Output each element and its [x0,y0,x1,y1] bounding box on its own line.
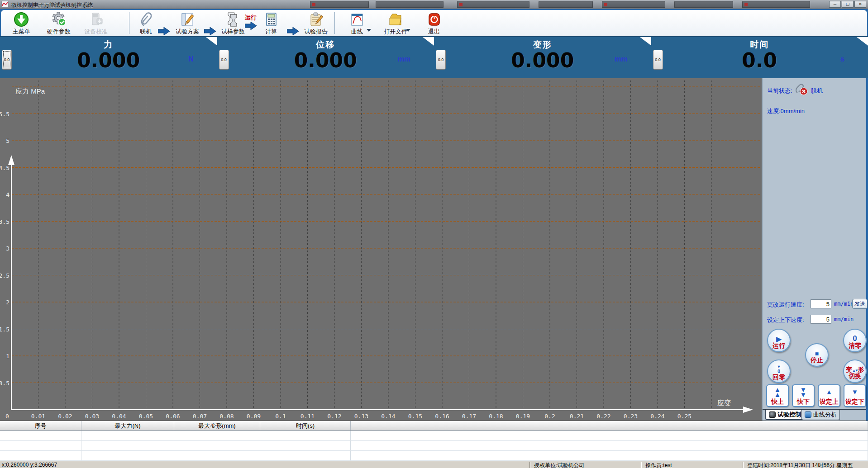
toolbar-button-test-plan[interactable]: 试验方案 [168,11,207,36]
zero-icon: 0 [844,335,866,342]
column-header-max-force[interactable]: 最大力(N) [81,421,174,430]
stop-button[interactable]: ■ 停止 [805,343,829,367]
status-bar: x:0.260000 y:3.266667 授权单位:试验机公司 操作员:tes… [0,461,868,468]
tab-curve-analysis[interactable]: 曲线分析 [801,410,840,420]
table-row[interactable] [0,431,868,441]
close-button[interactable]: ✕ [854,1,866,8]
background-window-ghost [674,1,733,8]
column-header-max-deformation[interactable]: 最大变形(mm) [174,421,260,430]
gear-check-icon [39,11,78,28]
paperclip-icon [126,11,165,28]
send-button[interactable]: 发送 [852,299,868,309]
statusbar-divider [529,462,530,468]
svg-text:0.01: 0.01 [31,413,45,420]
svg-text:0.22: 0.22 [596,413,610,420]
background-window-ghost [602,1,665,8]
column-header-time[interactable]: 时间(s) [260,421,351,430]
svg-text:0.16: 0.16 [435,413,449,420]
offline-status-icon [794,84,809,97]
toolbar-button-main-menu[interactable]: 主菜单 [2,11,41,36]
change-speed-label: 更改运行速度: [767,301,804,309]
svg-text:0.23: 0.23 [624,413,638,420]
gauge-unit: mm [398,55,410,63]
test-control-tab-icon [769,411,776,418]
svg-text:0.5: 0.5 [0,380,10,387]
fast-up-button[interactable]: ▲▲ 快上 [766,384,789,407]
background-window-ghost [376,1,444,8]
toolbar: 主菜单 硬件参数 设备校准 联机 试验方案 试样参数 运行 [1,10,867,36]
calculator-icon [252,11,291,28]
main-menu-icon [2,11,41,28]
svg-text:5: 5 [6,137,10,144]
toolbar-button-curve[interactable]: 曲线 [338,11,377,36]
set-speed-unit: mm/min [834,316,854,322]
svg-text:5.5: 5.5 [0,111,10,118]
svg-text:0.21: 0.21 [570,413,584,420]
svg-text:0.07: 0.07 [193,413,207,420]
svg-text:0.05: 0.05 [139,413,153,420]
svg-text:0.17: 0.17 [462,413,476,420]
svg-text:0.24: 0.24 [650,413,664,420]
test-plan-icon [168,11,207,28]
svg-text:0.15: 0.15 [408,413,422,420]
svg-text:1: 1 [6,353,10,359]
toolbar-button-test-report[interactable]: 试验报告 [296,11,335,36]
double-up-arrow-icon: ▲▲ [767,387,788,397]
tab-test-control[interactable]: 试验控制 [765,410,805,420]
column-header-empty [351,421,868,430]
table-row[interactable] [0,451,868,461]
background-window-ghost [742,1,810,8]
toolbar-button-exit[interactable]: 退出 [415,11,453,36]
table-row[interactable] [0,441,868,451]
toolbar-button-open-file[interactable]: 打开文件 [376,11,415,36]
double-down-arrow-icon: ▼▼ [793,387,814,397]
open-file-dropdown-icon[interactable] [406,29,410,32]
gauge-unit: mm [615,55,627,63]
maximize-button[interactable]: ▢ [842,1,854,8]
run-button[interactable]: ▶ 运行 [767,329,791,352]
fast-down-button[interactable]: ▼▼ 快下 [792,384,815,407]
svg-text:0.1: 0.1 [275,413,286,420]
svg-text:2.5: 2.5 [0,272,10,279]
results-table-header: 序号 最大力(N) 最大变形(mm) 时间(s) [0,421,868,431]
set-up-button[interactable]: ▲ 设定上 [818,384,840,407]
svg-text:0.12: 0.12 [327,413,341,420]
window-frame: 主菜单 硬件参数 设备校准 联机 试验方案 试样参数 运行 [0,9,868,37]
cursor-coordinates: x:0.260000 y:3.266667 [2,462,57,468]
minimize-button[interactable]: ─ [829,1,841,8]
stress-strain-chart[interactable]: 00.511.522.533.544.555.50.010.020.030.04… [0,78,762,421]
return-zero-button[interactable]: ▼ 0 回零 [767,359,791,383]
app-icon [1,1,9,8]
calibration-icon [76,11,115,28]
svg-text:0.13: 0.13 [354,413,368,420]
gauge-displacement: 0.0 位移 0.000 mm [217,37,434,78]
svg-text:0.14: 0.14 [381,413,395,420]
report-icon [296,11,335,28]
svg-text:0.19: 0.19 [516,413,530,420]
deformation-switch-button[interactable]: 变▲▼形 切换 [843,359,867,383]
background-window-ghost [457,1,529,8]
results-table: 序号 最大力(N) 最大变形(mm) 时间(s) [0,421,868,461]
change-speed-input[interactable] [811,299,831,308]
gauge-time: 0.0 时间 0.0 s [651,37,868,78]
current-status-value: 脱机 [811,87,823,94]
set-speed-input[interactable] [811,315,831,324]
toolbar-separator [334,12,335,34]
gauge-deformation: 0.0 变形 0.000 mm [434,37,651,78]
toolbar-button-calculate[interactable]: 计算 [252,11,291,36]
toolbar-button-hardware-params[interactable]: 硬件参数 [39,11,78,36]
svg-text:应力 MPa: 应力 MPa [15,87,45,95]
control-panel: 当前状态: 脱机 速度:0mm/min 更改运行速度: mm/min 发送 设定… [762,78,868,421]
curve-analysis-tab-icon [805,411,811,418]
zero-icon: 0 [768,369,790,374]
statusbar-divider [743,462,744,468]
svg-text:3.5: 3.5 [0,218,10,225]
svg-text:0.09: 0.09 [247,413,261,420]
set-down-button[interactable]: ▼ 设定下 [844,384,866,407]
curve-dropdown-icon[interactable] [367,29,371,32]
current-status-row: 当前状态: 脱机 [767,84,823,97]
clear-zero-button[interactable]: 0 清零 [843,329,867,352]
column-header-index[interactable]: 序号 [0,421,81,430]
title-bar: 微机控制电子万能试验机测控系统 ─ ▢ ✕ [0,0,868,9]
svg-text:0.18: 0.18 [489,413,503,420]
